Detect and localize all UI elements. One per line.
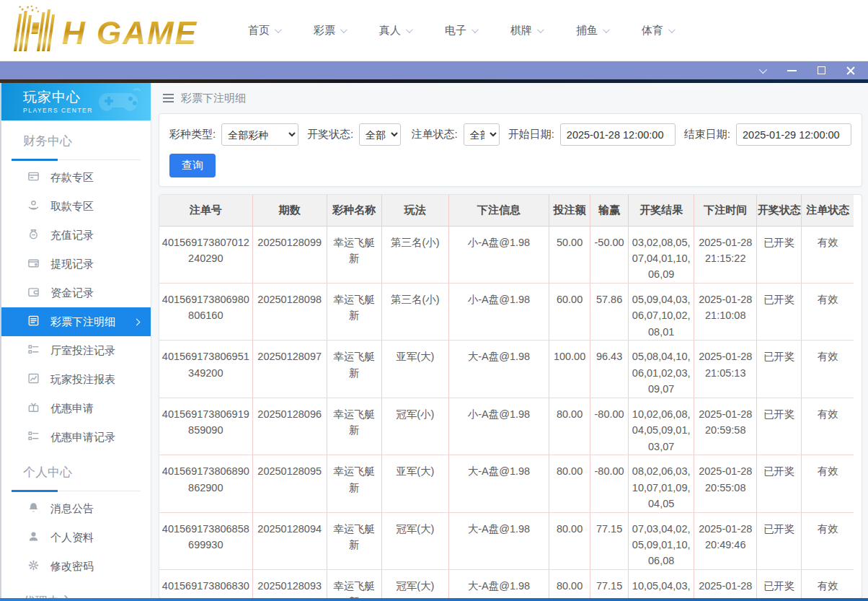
table-row: 40156917380683017093020250128093幸运飞艇新冠军(… bbox=[159, 569, 854, 598]
nav-item-5[interactable]: 捕鱼 bbox=[576, 24, 608, 38]
search-button[interactable]: 查询 bbox=[169, 154, 216, 177]
table-header-cell: 输赢 bbox=[590, 195, 629, 226]
table-header-cell: 下注时间 bbox=[694, 195, 757, 226]
window-titlebar bbox=[0, 61, 868, 79]
nav-item-4[interactable]: 棋牌 bbox=[510, 24, 542, 38]
table-cell: 有效 bbox=[802, 455, 854, 512]
sidebar-item-label: 彩票下注明细 bbox=[50, 315, 115, 329]
player-report-icon bbox=[27, 372, 40, 385]
sidebar-item-label: 个人资料 bbox=[50, 531, 94, 545]
sidebar-item-bets-list[interactable]: 彩票下注明细 bbox=[1, 307, 151, 336]
nav-item-0[interactable]: 首页 bbox=[248, 24, 280, 38]
lottery-type-label: 彩种类型: bbox=[169, 128, 216, 141]
nav-item-2[interactable]: 真人 bbox=[379, 24, 411, 38]
sidebar-item-person[interactable]: 个人资料 bbox=[1, 523, 151, 552]
table-cell: 大-A盘@1.98 bbox=[448, 341, 549, 398]
end-date-input[interactable] bbox=[736, 123, 851, 146]
table-cell: 100.00 bbox=[549, 341, 590, 398]
table-cell: 小-A盘@1.98 bbox=[448, 283, 549, 340]
table-cell: 2025-01-28 20:49:46 bbox=[694, 512, 757, 569]
sidebar-item-withdraw-hand[interactable]: 取款专区 bbox=[1, 192, 151, 221]
nav-item-1[interactable]: 彩票 bbox=[314, 24, 345, 38]
table-cell: 401569173806830170930 bbox=[159, 569, 252, 598]
promo-apply-icon-wrap bbox=[27, 401, 40, 416]
window-close-button[interactable] bbox=[845, 65, 856, 76]
sidebar-menu: 财务中心存款专区取款专区充值记录提现记录资金记录彩票下注明细厅室投注记录玩家投注… bbox=[1, 120, 151, 598]
order-status-select[interactable]: 全部 bbox=[464, 123, 500, 146]
menu-toggle-icon[interactable] bbox=[163, 94, 174, 102]
table-cell: 已开奖 bbox=[757, 512, 802, 569]
table-cell: 2025-01-28 21:15:22 bbox=[694, 226, 757, 283]
table-cell: 已开奖 bbox=[757, 341, 802, 398]
sidebar-item-label: 存款专区 bbox=[50, 171, 94, 185]
withdraw-record-icon-wrap bbox=[27, 257, 40, 271]
table-cell: 20250128095 bbox=[252, 455, 327, 512]
table-cell: 大-A盘@1.98 bbox=[448, 455, 549, 512]
person-icon bbox=[27, 530, 40, 543]
table-cell: 05,08,04,10,06,01,02,03,09,07 bbox=[629, 341, 694, 398]
section-divider bbox=[12, 159, 141, 160]
sidebar-item-hall-bets[interactable]: 厅室投注记录 bbox=[1, 336, 151, 365]
table-cell: -80.00 bbox=[590, 455, 629, 512]
hall-bets-icon-wrap bbox=[27, 343, 40, 358]
nav-item-label: 电子 bbox=[445, 24, 466, 38]
table-cell: 幸运飞艇新 bbox=[327, 512, 381, 569]
window-maximize-button[interactable] bbox=[815, 65, 827, 76]
sidebar-item-player-report[interactable]: 玩家投注报表 bbox=[1, 365, 151, 394]
hgame-logo-icon: H GAME bbox=[4, 5, 206, 56]
table-cell: 2025-01-28 20:55:08 bbox=[694, 455, 757, 512]
table-cell: 10,05,04,03,07,09,06,01,02,08 bbox=[629, 569, 694, 598]
table-cell: 401569173806858699930 bbox=[159, 512, 252, 569]
nav-item-3[interactable]: 电子 bbox=[445, 24, 477, 38]
table-cell: 有效 bbox=[802, 283, 854, 340]
nav-item-label: 捕鱼 bbox=[576, 24, 598, 38]
table-cell: 80.00 bbox=[549, 398, 590, 455]
brand-logo[interactable]: H GAME bbox=[4, 5, 206, 56]
sidebar-item-gear[interactable]: 修改密码 bbox=[1, 552, 151, 581]
sidebar-item-recharge-bag[interactable]: 充值记录 bbox=[1, 221, 151, 250]
sidebar-item-bell[interactable]: 消息公告 bbox=[1, 494, 151, 523]
sidebar-item-promo-apply[interactable]: 优惠申请 bbox=[1, 394, 151, 423]
chevron-down-icon bbox=[537, 26, 544, 33]
draw-status-select[interactable]: 全部 bbox=[359, 123, 401, 146]
sidebar-header: 玩家中心 PLAYERS CENTER bbox=[1, 83, 151, 120]
table-cell: 08,02,06,03,10,07,01,09,04,05 bbox=[629, 455, 694, 512]
withdraw-hand-icon-wrap bbox=[27, 199, 40, 214]
window-dropdown-button[interactable] bbox=[756, 65, 768, 76]
table-cell: 10,02,06,08,04,05,09,01,03,07 bbox=[629, 398, 694, 455]
table-cell: 20250128093 bbox=[252, 569, 327, 598]
table-cell: 20250128098 bbox=[252, 283, 327, 340]
sidebar-item-label: 修改密码 bbox=[50, 560, 94, 574]
gamepad-decoration-icon bbox=[97, 87, 143, 118]
table-cell: 冠军(大) bbox=[381, 569, 448, 598]
start-date-label: 开始日期: bbox=[508, 128, 554, 141]
table-cell: 2025-01-28 20:45:01 bbox=[694, 569, 757, 598]
table-cell: 已开奖 bbox=[757, 455, 802, 512]
minimize-icon bbox=[787, 70, 797, 71]
table-cell: 2025-01-28 21:10:08 bbox=[694, 283, 757, 340]
filter-panel: 彩种类型: 全部彩种 开奖状态: 全部 注单状态: 全部 开始日期: 结束日期:… bbox=[159, 113, 862, 187]
promo-records-icon-wrap bbox=[27, 430, 40, 444]
lottery-type-select[interactable]: 全部彩种 bbox=[221, 123, 298, 146]
start-date-input[interactable] bbox=[560, 123, 676, 146]
sidebar-item-deposit-card[interactable]: 存款专区 bbox=[1, 163, 151, 192]
funds-wallet-icon bbox=[27, 286, 40, 298]
sidebar-item-funds-wallet[interactable]: 资金记录 bbox=[1, 278, 151, 307]
table-cell: 07,03,04,02,05,09,01,10,06,08 bbox=[629, 512, 694, 569]
table-cell: 冠军(大) bbox=[381, 512, 448, 569]
table-cell: 第三名(小) bbox=[381, 226, 448, 283]
chevron-down-icon bbox=[668, 26, 676, 33]
window-minimize-button[interactable] bbox=[786, 65, 797, 76]
section-divider bbox=[12, 491, 141, 491]
sidebar-item-withdraw-record[interactable]: 提现记录 bbox=[1, 250, 151, 278]
table-cell: -80.00 bbox=[590, 398, 629, 455]
nav-item-6[interactable]: 体育 bbox=[642, 24, 673, 38]
main-nav: 首页彩票真人电子棋牌捕鱼体育 bbox=[248, 24, 673, 38]
funds-wallet-icon-wrap bbox=[27, 286, 40, 300]
sidebar-item-promo-records[interactable]: 优惠申请记录 bbox=[1, 423, 151, 452]
bell-icon-wrap bbox=[27, 501, 40, 516]
site-header: H GAME 首页彩票真人电子棋牌捕鱼体育 bbox=[0, 0, 868, 61]
table-cell: 幸运飞艇新 bbox=[327, 226, 381, 283]
promo-records-icon bbox=[27, 430, 40, 442]
table-cell: 2025-01-28 21:05:13 bbox=[694, 341, 757, 398]
